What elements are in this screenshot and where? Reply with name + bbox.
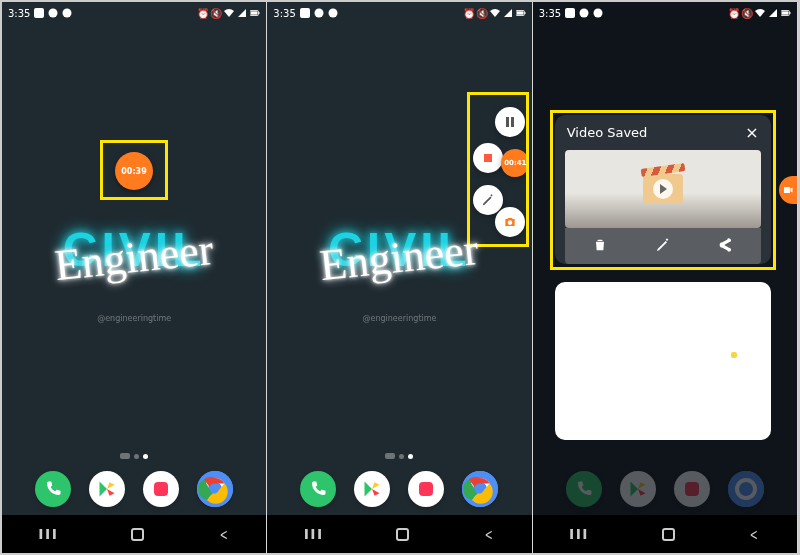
chat-icon [48,8,58,18]
camera-app-icon[interactable] [408,471,444,507]
nav-bar: III < [533,515,797,553]
nav-home-button[interactable] [396,528,409,541]
dock [2,471,266,507]
wifi-icon [755,8,765,18]
screenshot-panel-2: 3:35 ⏰ 🔇 00:41 CIVIL Engineer @engineeri… [267,2,532,553]
nav-home-button[interactable] [131,528,144,541]
chat-icon [314,8,324,18]
status-time: 3:35 [273,8,295,19]
wifi-icon [224,8,234,18]
svg-point-10 [314,9,323,18]
home-indicator-icon [120,453,130,459]
phone-app-icon[interactable] [566,471,602,507]
dock [533,471,797,507]
alarm-icon: ⏰ [198,8,208,18]
signal-icon [768,8,778,18]
messenger-icon [593,8,603,18]
svg-rect-9 [300,8,310,18]
screenshot-panel-3: 3:35 ⏰ 🔇 Video Saved × [533,2,798,553]
gallery-icon [34,8,44,18]
video-saved-card: Video Saved × [555,115,771,264]
svg-rect-21 [565,8,575,18]
play-store-icon[interactable] [354,471,390,507]
status-right: ⏰ 🔇 [464,8,526,18]
svg-rect-13 [524,12,525,14]
chrome-app-icon[interactable] [728,471,764,507]
nav-back-button[interactable]: < [485,525,493,544]
gallery-icon [300,8,310,18]
svg-rect-25 [789,12,790,14]
card-header: Video Saved × [555,115,771,150]
pause-button[interactable] [495,107,525,137]
sparkle-icon [731,352,737,358]
stop-button[interactable] [473,143,503,173]
messenger-icon [328,8,338,18]
nav-back-button[interactable]: < [219,525,227,544]
home-indicator-icon [385,453,395,459]
battery-icon [781,8,791,18]
status-time: 3:35 [8,8,30,19]
video-icon [782,184,794,196]
wallpaper-line2: Engineer [53,224,216,291]
nav-recent-button[interactable]: III [38,526,58,542]
camera-button[interactable] [495,207,525,237]
mute-icon: 🔇 [211,8,221,18]
play-store-icon[interactable] [89,471,125,507]
recording-timer-bubble[interactable]: 00:39 [115,152,153,190]
recorder-side-tab[interactable] [779,176,797,204]
nav-back-button[interactable]: < [750,525,758,544]
share-button[interactable] [716,236,734,254]
card-title: Video Saved [567,125,648,140]
recording-timer-text: 00:41 [504,159,526,167]
page-dot [399,454,404,459]
chrome-app-icon[interactable] [462,471,498,507]
page-dot [134,454,139,459]
clapper-icon [643,174,683,204]
page-dot-active [143,454,148,459]
chrome-app-icon[interactable] [197,471,233,507]
mute-icon: 🔇 [477,8,487,18]
phone-app-icon[interactable] [35,471,71,507]
svg-rect-14 [516,11,523,14]
video-thumbnail[interactable] [565,150,761,228]
close-button[interactable]: × [745,123,758,142]
wallpaper-handle: @engineeringtime [363,314,437,323]
svg-point-22 [580,9,589,18]
alarm-icon: ⏰ [729,8,739,18]
blank-card[interactable] [555,282,771,440]
page-dot-active [408,454,413,459]
status-time: 3:35 [539,8,561,19]
nav-bar: III < [267,515,531,553]
recording-timer-text: 00:39 [121,167,146,176]
wallpaper-handle: @engineeringtime [97,314,171,323]
mute-icon: 🔇 [742,8,752,18]
status-bar: 3:35 ⏰ 🔇 [267,2,531,24]
recording-timer-bubble[interactable]: 00:41 [501,149,529,177]
svg-rect-4 [259,12,260,14]
screenshot-panel-1: 3:35 ⏰ 🔇 00:39 CIVIL Engineer @engineeri… [2,2,267,553]
phone-app-icon[interactable] [300,471,336,507]
nav-recent-button[interactable]: III [304,526,324,542]
svg-point-1 [49,9,58,18]
battery-icon [250,8,260,18]
wallpaper-line2: Engineer [318,224,481,291]
chat-icon [579,8,589,18]
camera-app-icon[interactable] [143,471,179,507]
messenger-icon [62,8,72,18]
camera-app-icon[interactable] [674,471,710,507]
battery-icon [516,8,526,18]
status-bar: 3:35 ⏰ 🔇 [2,2,266,24]
status-bar: 3:35 ⏰ 🔇 [533,2,797,24]
svg-rect-5 [251,11,258,14]
delete-button[interactable] [591,236,609,254]
svg-point-23 [594,9,603,18]
card-action-row [565,228,761,264]
nav-home-button[interactable] [662,528,675,541]
wallpaper-text: CIVIL Engineer @engineeringtime [2,222,266,277]
play-store-icon[interactable] [620,471,656,507]
status-left: 3:35 [273,8,337,19]
svg-rect-0 [34,8,44,18]
nav-bar: III < [2,515,266,553]
nav-recent-button[interactable]: III [569,526,589,542]
edit-button[interactable] [654,236,672,254]
